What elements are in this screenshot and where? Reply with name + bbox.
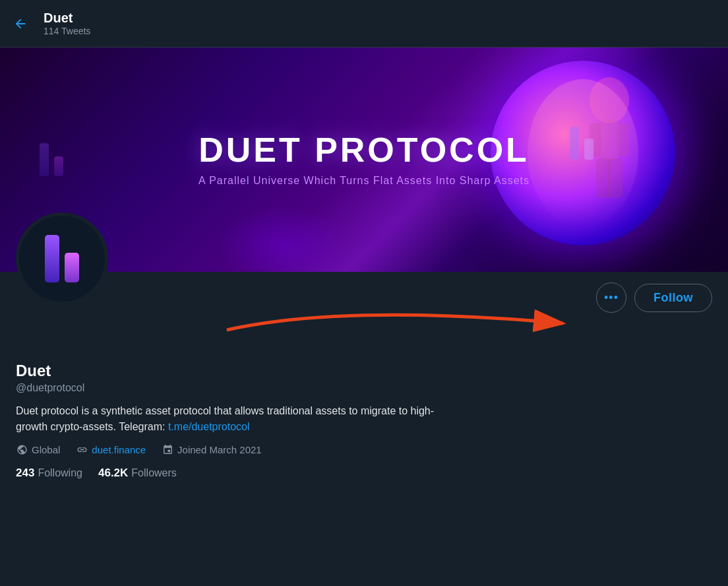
svg-rect-5 — [608, 158, 622, 198]
location-icon — [16, 444, 28, 456]
link-icon — [76, 444, 88, 456]
svg-point-0 — [590, 77, 629, 123]
banner-logo-small — [40, 143, 63, 176]
bio-telegram-link[interactable]: t.me/duetprotocol — [168, 421, 250, 432]
calendar-icon — [162, 444, 173, 456]
profile-section: ••• Follow Duet @duetprotocol Duet proto… — [0, 272, 728, 480]
meta-joined-text: Joined March 2021 — [177, 444, 262, 455]
svg-rect-3 — [617, 123, 629, 156]
meta-website: duet.finance — [76, 444, 146, 456]
profile-banner: DUET PROTOCOL A Parallel Universe Which … — [0, 48, 728, 272]
svg-rect-2 — [590, 123, 601, 156]
more-options-button[interactable]: ••• — [596, 282, 626, 313]
stat-following[interactable]: 243 Following — [16, 467, 82, 480]
following-count: 243 — [16, 467, 34, 480]
more-dots-label: ••• — [604, 291, 619, 305]
profile-bio: Duet protocol is a synthetic asset proto… — [16, 403, 464, 435]
header-info: Duet 114 Tweets — [44, 11, 90, 36]
banner-title: DUET PROTOCOL — [198, 133, 530, 167]
profile-stats: 243 Following 46.2K Followers — [16, 467, 712, 480]
annotation-arrow — [214, 297, 583, 352]
svg-rect-7 — [584, 139, 593, 160]
meta-joined: Joined March 2021 — [162, 444, 262, 456]
svg-rect-4 — [596, 158, 611, 198]
follow-button[interactable]: Follow — [634, 284, 712, 312]
header: Duet 114 Tweets — [0, 0, 728, 48]
profile-display-name: Duet — [16, 362, 712, 381]
banner-text-content: DUET PROTOCOL A Parallel Universe Which … — [198, 133, 530, 187]
banner-splash-decoration — [218, 206, 350, 272]
followers-count: 46.2K — [98, 467, 128, 480]
profile-handle: @duetprotocol — [16, 382, 712, 394]
profile-info: Duet @duetprotocol Duet protocol is a sy… — [16, 356, 712, 480]
profile-meta: Global duet.finance Joined Mar — [16, 444, 712, 456]
back-button[interactable] — [13, 16, 28, 31]
svg-rect-1 — [599, 120, 619, 160]
header-profile-name: Duet — [44, 11, 90, 26]
banner-subtitle: A Parallel Universe Which Turns Flat Ass… — [198, 175, 530, 187]
followers-label: Followers — [131, 467, 176, 479]
header-tweets-count: 114 Tweets — [44, 26, 90, 36]
meta-website-link[interactable]: duet.finance — [92, 444, 146, 455]
bio-link-text: t.me/duetprotocol — [168, 421, 250, 432]
svg-rect-6 — [570, 127, 579, 160]
stat-followers[interactable]: 46.2K Followers — [98, 467, 177, 480]
following-label: Following — [38, 467, 82, 479]
meta-location: Global — [16, 444, 60, 456]
action-row: ••• Follow — [16, 272, 712, 323]
meta-website-text: duet.finance — [92, 444, 146, 455]
meta-location-text: Global — [32, 444, 60, 455]
follow-label: Follow — [653, 291, 693, 304]
